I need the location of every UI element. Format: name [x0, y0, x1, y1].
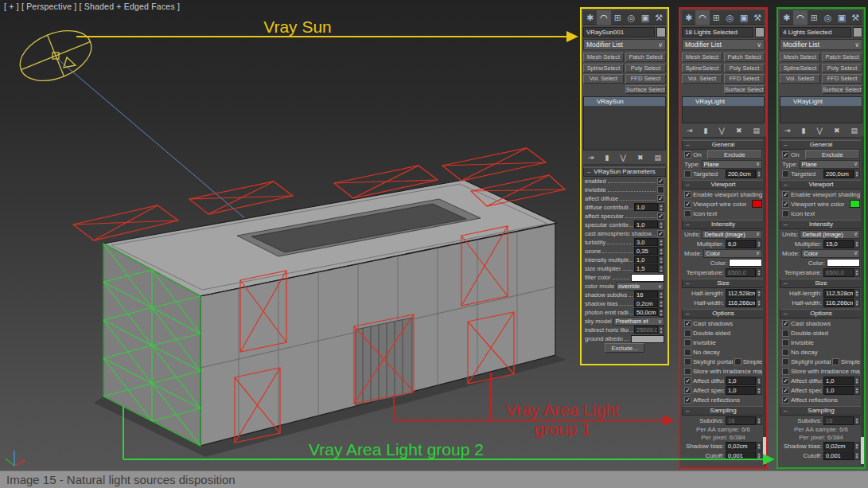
spinner-arrows[interactable]: ▴▾: [756, 240, 762, 248]
collapse-icon[interactable]: –: [686, 141, 689, 149]
sampling-rollout-header[interactable]: –Sampling: [682, 406, 765, 416]
cutoff-field[interactable]: 0,001: [823, 451, 854, 460]
show-end-result-icon[interactable]: ▮: [704, 126, 708, 135]
viewport-wire-color-swatch[interactable]: [850, 200, 860, 208]
viewport-wire-color-checkbox[interactable]: ✓: [684, 201, 691, 208]
viewport-rollout-header[interactable]: –Viewport: [682, 180, 765, 189]
exclude-button[interactable]: Exclude...: [605, 343, 645, 353]
shadow-bias-field[interactable]: 0,02cm: [823, 442, 854, 451]
spinner-arrows[interactable]: ▴▾: [658, 238, 664, 247]
configure-modifier-sets-icon[interactable]: ▤: [654, 153, 661, 162]
indirect-horiz-illum-field[interactable]: 25000,0: [634, 326, 658, 334]
cast-shadows-checkbox[interactable]: ✓: [782, 320, 789, 327]
collapse-icon[interactable]: –: [784, 407, 787, 415]
remove-modifier-icon[interactable]: ✖: [736, 126, 742, 135]
enable-viewport-shading-checkbox[interactable]: ✓: [684, 191, 691, 198]
affect-specular-checkbox[interactable]: ✓: [684, 387, 691, 394]
spinner-arrows[interactable]: ▴▾: [854, 442, 860, 451]
spinner-arrows[interactable]: ▴▾: [756, 386, 762, 395]
modifier-stack-item[interactable]: VRayLight: [780, 97, 862, 106]
invisible-checkbox[interactable]: [657, 186, 664, 193]
subdivs-field[interactable]: 16: [823, 416, 854, 425]
spinner-arrows[interactable]: ▴▾: [854, 416, 860, 425]
collapse-icon[interactable]: –: [784, 181, 787, 189]
spinner-arrows[interactable]: ▴▾: [658, 299, 664, 308]
spinner-arrows[interactable]: ▴▾: [756, 416, 762, 425]
panel-scrollbar[interactable]: [861, 136, 864, 466]
mesh-select-button[interactable]: Mesh Select: [682, 53, 722, 62]
modifier-stack-item[interactable]: VRaySun: [584, 97, 665, 106]
units-dropdown[interactable]: Default (image)∨: [702, 230, 762, 239]
cast-atmospheric-shadows-checkbox[interactable]: ✓: [657, 230, 664, 237]
display-tab-icon[interactable]: ▣: [737, 10, 750, 25]
viewport-wire-color-checkbox[interactable]: ✓: [782, 201, 789, 208]
exclude-button[interactable]: Exclude: [707, 150, 762, 159]
collapse-icon[interactable]: –: [784, 221, 787, 228]
color-swatch[interactable]: [729, 259, 762, 267]
half-length-field[interactable]: 112,528cm: [726, 289, 756, 298]
patch-select-button[interactable]: Patch Select: [724, 53, 765, 62]
vraysun-parameters-rollout-header[interactable]: –VRaySun Parameters: [583, 167, 666, 177]
no-decay-checkbox[interactable]: [782, 349, 789, 356]
cast-shadows-checkbox[interactable]: ✓: [684, 320, 691, 327]
spinner-arrows[interactable]: ▴▾: [756, 299, 762, 307]
options-rollout-header[interactable]: –Options: [682, 309, 765, 318]
shadow-subdivs-field[interactable]: 16: [634, 291, 658, 299]
modify-tab-icon[interactable]: ◠: [695, 10, 709, 25]
ffd-select-button[interactable]: FFD Select: [822, 74, 862, 84]
targeted-checkbox[interactable]: [684, 170, 691, 178]
vol-select-button[interactable]: Vol. Select: [682, 74, 722, 84]
spinner-arrows[interactable]: ▴▾: [658, 291, 664, 299]
type-dropdown[interactable]: Plane∨: [702, 160, 762, 169]
enabled-checkbox[interactable]: ✓: [657, 178, 664, 185]
spinner-arrows[interactable]: ▴▾: [756, 289, 762, 298]
object-name-field[interactable]: 18 Lights Selected: [682, 27, 753, 37]
affect-specular-field[interactable]: 1,0: [726, 386, 756, 395]
mesh-select-button[interactable]: Mesh Select: [780, 53, 820, 62]
viewport-rollout-header[interactable]: –Viewport: [780, 180, 862, 189]
spinner-arrows[interactable]: ▴▾: [756, 268, 762, 277]
spinner-arrows[interactable]: ▴▾: [854, 289, 860, 298]
viewport-wire-color-swatch[interactable]: [752, 200, 762, 208]
photon-emit-radius-field[interactable]: 50,0cm: [634, 308, 658, 316]
size-rollout-header[interactable]: –Size: [780, 279, 862, 288]
viewport-label[interactable]: [ + ] [ Perspective ] [ Shaded + Edged F…: [4, 2, 180, 11]
affect-diffuse-field[interactable]: 1,0: [823, 377, 854, 385]
double-sided-checkbox[interactable]: [782, 330, 789, 337]
ffd-select-button[interactable]: FFD Select: [724, 74, 765, 84]
icon-text-checkbox[interactable]: [782, 210, 789, 217]
affect-specular-field[interactable]: 1,0: [823, 386, 854, 395]
utilities-tab-icon[interactable]: ⚒: [751, 10, 765, 25]
ground-albedo-swatch[interactable]: [631, 335, 664, 343]
spinner-arrows[interactable]: ▴▾: [658, 308, 664, 317]
perspective-viewport[interactable]: [ + ] [ Perspective ] [ Shaded + Edged F…: [0, 0, 868, 470]
scrollbar-thumb[interactable]: [763, 437, 766, 464]
hierarchy-tab-icon[interactable]: ⊞: [710, 10, 723, 25]
object-name-field[interactable]: 4 Lights Selected: [780, 27, 851, 37]
multiplier-field[interactable]: 15,0: [823, 240, 854, 248]
affect-specular-checkbox[interactable]: ✓: [657, 213, 664, 220]
affect-reflections-checkbox[interactable]: ✓: [782, 396, 789, 404]
targeted-field[interactable]: 200,0cm: [726, 170, 756, 178]
create-tab-icon[interactable]: ✱: [682, 10, 695, 25]
spinner-arrows[interactable]: ▴▾: [854, 377, 860, 385]
splineselect-button[interactable]: SplineSelect: [780, 64, 820, 73]
configure-modifier-sets-icon[interactable]: ▤: [850, 126, 858, 135]
make-unique-icon[interactable]: ⋁: [817, 126, 823, 135]
on-checkbox[interactable]: ✓: [782, 151, 789, 158]
options-rollout-header[interactable]: –Options: [780, 309, 862, 318]
show-end-result-icon[interactable]: ▮: [605, 153, 609, 162]
temperature-field[interactable]: 6500,0: [726, 268, 756, 277]
poly-select-button[interactable]: Poly Select: [822, 64, 862, 73]
affect-diffuse-checkbox[interactable]: ✓: [684, 377, 691, 385]
affect-specular-checkbox[interactable]: ✓: [782, 387, 789, 394]
collapse-icon[interactable]: –: [784, 141, 787, 149]
mesh-select-button[interactable]: Mesh Select: [583, 53, 624, 62]
collapse-icon[interactable]: –: [784, 279, 787, 287]
modifier-list-dropdown[interactable]: Modifier List∨: [583, 39, 666, 50]
spinner-arrows[interactable]: ▴▾: [658, 247, 664, 256]
affect-diffuse-checkbox[interactable]: ✓: [657, 195, 664, 202]
make-unique-icon[interactable]: ⋁: [719, 126, 725, 135]
spinner-arrows[interactable]: ▴▾: [854, 170, 860, 178]
size-rollout-header[interactable]: –Size: [682, 279, 765, 288]
